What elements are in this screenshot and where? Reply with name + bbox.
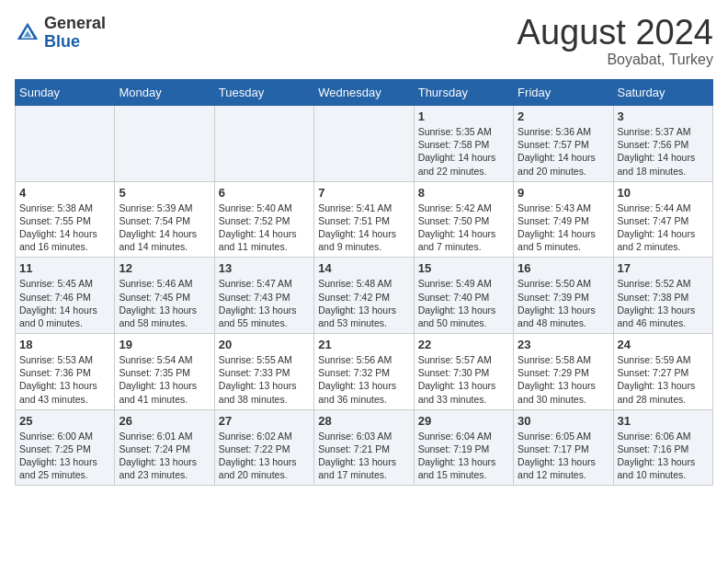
day-number: 5 <box>119 186 210 200</box>
day-info: Sunrise: 5:39 AM Sunset: 7:54 PM Dayligh… <box>119 201 210 254</box>
day-cell: 19Sunrise: 5:54 AM Sunset: 7:35 PM Dayli… <box>115 334 214 410</box>
day-cell: 26Sunrise: 6:01 AM Sunset: 7:24 PM Dayli… <box>115 409 214 486</box>
day-number: 4 <box>19 186 110 200</box>
day-number: 14 <box>318 261 409 275</box>
day-cell <box>115 106 214 182</box>
location: Boyabat, Turkey <box>518 52 713 68</box>
day-info: Sunrise: 6:04 AM Sunset: 7:19 PM Dayligh… <box>418 430 509 482</box>
day-info: Sunrise: 5:54 AM Sunset: 7:35 PM Dayligh… <box>119 353 210 406</box>
day-cell: 24Sunrise: 5:59 AM Sunset: 7:27 PM Dayli… <box>613 334 712 410</box>
day-number: 23 <box>518 338 609 351</box>
day-cell: 4Sunrise: 5:38 AM Sunset: 7:55 PM Daylig… <box>16 181 115 258</box>
column-header-wednesday: Wednesday <box>314 80 414 106</box>
day-number: 8 <box>418 186 509 200</box>
day-cell <box>314 106 414 182</box>
day-cell <box>214 106 313 182</box>
day-info: Sunrise: 5:59 AM Sunset: 7:27 PM Dayligh… <box>618 353 709 406</box>
day-cell: 18Sunrise: 5:53 AM Sunset: 7:36 PM Dayli… <box>16 334 115 410</box>
day-info: Sunrise: 5:56 AM Sunset: 7:32 PM Dayligh… <box>318 353 409 406</box>
day-info: Sunrise: 5:48 AM Sunset: 7:42 PM Dayligh… <box>318 277 409 329</box>
day-number: 12 <box>119 261 210 275</box>
day-number: 25 <box>19 414 110 428</box>
day-cell: 30Sunrise: 6:05 AM Sunset: 7:17 PM Dayli… <box>514 409 613 486</box>
day-cell: 12Sunrise: 5:46 AM Sunset: 7:45 PM Dayli… <box>115 258 214 334</box>
day-info: Sunrise: 5:53 AM Sunset: 7:36 PM Dayligh… <box>19 353 110 406</box>
day-number: 22 <box>418 338 509 351</box>
day-info: Sunrise: 5:50 AM Sunset: 7:39 PM Dayligh… <box>518 277 609 329</box>
day-number: 13 <box>219 261 310 275</box>
day-cell: 31Sunrise: 6:06 AM Sunset: 7:16 PM Dayli… <box>613 409 712 486</box>
day-cell: 6Sunrise: 5:40 AM Sunset: 7:52 PM Daylig… <box>214 181 313 258</box>
day-cell: 2Sunrise: 5:36 AM Sunset: 7:57 PM Daylig… <box>514 106 613 182</box>
day-info: Sunrise: 5:35 AM Sunset: 7:58 PM Dayligh… <box>418 125 509 178</box>
day-info: Sunrise: 5:43 AM Sunset: 7:49 PM Dayligh… <box>518 201 609 254</box>
day-cell: 10Sunrise: 5:44 AM Sunset: 7:47 PM Dayli… <box>613 181 712 258</box>
day-info: Sunrise: 6:03 AM Sunset: 7:21 PM Dayligh… <box>318 430 409 482</box>
column-header-monday: Monday <box>115 80 214 106</box>
day-cell: 16Sunrise: 5:50 AM Sunset: 7:39 PM Dayli… <box>514 258 613 334</box>
logo-text: General Blue <box>44 15 106 52</box>
day-cell: 9Sunrise: 5:43 AM Sunset: 7:49 PM Daylig… <box>514 181 613 258</box>
day-cell: 29Sunrise: 6:04 AM Sunset: 7:19 PM Dayli… <box>414 409 513 486</box>
day-cell: 7Sunrise: 5:41 AM Sunset: 7:51 PM Daylig… <box>314 181 414 258</box>
day-number: 7 <box>318 186 409 200</box>
day-cell: 28Sunrise: 6:03 AM Sunset: 7:21 PM Dayli… <box>314 409 414 486</box>
day-info: Sunrise: 5:36 AM Sunset: 7:57 PM Dayligh… <box>518 125 609 178</box>
day-number: 27 <box>219 414 310 428</box>
day-info: Sunrise: 5:58 AM Sunset: 7:29 PM Dayligh… <box>518 353 609 406</box>
day-cell <box>16 106 115 182</box>
day-number: 30 <box>518 414 609 428</box>
day-info: Sunrise: 5:38 AM Sunset: 7:55 PM Dayligh… <box>19 201 110 254</box>
day-info: Sunrise: 5:55 AM Sunset: 7:33 PM Dayligh… <box>219 353 310 406</box>
day-cell: 13Sunrise: 5:47 AM Sunset: 7:43 PM Dayli… <box>214 258 313 334</box>
day-number: 16 <box>518 261 609 275</box>
day-number: 3 <box>618 109 709 123</box>
week-row-5: 25Sunrise: 6:00 AM Sunset: 7:25 PM Dayli… <box>16 409 713 486</box>
column-header-tuesday: Tuesday <box>214 80 313 106</box>
day-cell: 23Sunrise: 5:58 AM Sunset: 7:29 PM Dayli… <box>514 334 613 410</box>
day-info: Sunrise: 5:40 AM Sunset: 7:52 PM Dayligh… <box>219 201 310 254</box>
day-number: 10 <box>618 186 709 200</box>
day-number: 28 <box>318 414 409 428</box>
day-number: 31 <box>618 414 709 428</box>
day-cell: 14Sunrise: 5:48 AM Sunset: 7:42 PM Dayli… <box>314 258 414 334</box>
day-number: 6 <box>219 186 310 200</box>
day-cell: 11Sunrise: 5:45 AM Sunset: 7:46 PM Dayli… <box>16 258 115 334</box>
calendar-table: SundayMondayTuesdayWednesdayThursdayFrid… <box>15 79 713 486</box>
week-row-3: 11Sunrise: 5:45 AM Sunset: 7:46 PM Dayli… <box>16 258 713 334</box>
day-info: Sunrise: 5:42 AM Sunset: 7:50 PM Dayligh… <box>418 201 509 254</box>
day-number: 11 <box>19 261 110 275</box>
day-cell: 8Sunrise: 5:42 AM Sunset: 7:50 PM Daylig… <box>414 181 513 258</box>
column-header-thursday: Thursday <box>414 80 513 106</box>
day-cell: 17Sunrise: 5:52 AM Sunset: 7:38 PM Dayli… <box>613 258 712 334</box>
day-info: Sunrise: 5:45 AM Sunset: 7:46 PM Dayligh… <box>19 277 110 329</box>
day-number: 18 <box>19 338 110 351</box>
day-cell: 22Sunrise: 5:57 AM Sunset: 7:30 PM Dayli… <box>414 334 513 410</box>
column-header-friday: Friday <box>514 80 613 106</box>
day-info: Sunrise: 5:37 AM Sunset: 7:56 PM Dayligh… <box>618 125 709 178</box>
day-info: Sunrise: 6:05 AM Sunset: 7:17 PM Dayligh… <box>518 430 609 482</box>
day-number: 26 <box>119 414 210 428</box>
day-number: 17 <box>618 261 709 275</box>
day-info: Sunrise: 5:46 AM Sunset: 7:45 PM Dayligh… <box>119 277 210 329</box>
day-number: 19 <box>119 338 210 351</box>
title-block: August 2024 Boyabat, Turkey <box>518 15 713 68</box>
day-info: Sunrise: 5:57 AM Sunset: 7:30 PM Dayligh… <box>418 353 509 406</box>
week-row-4: 18Sunrise: 5:53 AM Sunset: 7:36 PM Dayli… <box>16 334 713 410</box>
week-row-2: 4Sunrise: 5:38 AM Sunset: 7:55 PM Daylig… <box>16 181 713 258</box>
day-number: 9 <box>518 186 609 200</box>
logo: General Blue <box>15 15 106 52</box>
day-info: Sunrise: 5:52 AM Sunset: 7:38 PM Dayligh… <box>618 277 709 329</box>
page-header: General Blue August 2024 Boyabat, Turkey <box>15 15 713 68</box>
day-info: Sunrise: 6:06 AM Sunset: 7:16 PM Dayligh… <box>618 430 709 482</box>
day-cell: 15Sunrise: 5:49 AM Sunset: 7:40 PM Dayli… <box>414 258 513 334</box>
day-cell: 27Sunrise: 6:02 AM Sunset: 7:22 PM Dayli… <box>214 409 313 486</box>
day-number: 21 <box>318 338 409 351</box>
column-header-sunday: Sunday <box>16 80 115 106</box>
day-number: 1 <box>418 109 509 123</box>
day-number: 24 <box>618 338 709 351</box>
day-info: Sunrise: 6:02 AM Sunset: 7:22 PM Dayligh… <box>219 430 310 482</box>
day-number: 20 <box>219 338 310 351</box>
month-year: August 2024 <box>518 15 713 50</box>
day-info: Sunrise: 6:00 AM Sunset: 7:25 PM Dayligh… <box>19 430 110 482</box>
